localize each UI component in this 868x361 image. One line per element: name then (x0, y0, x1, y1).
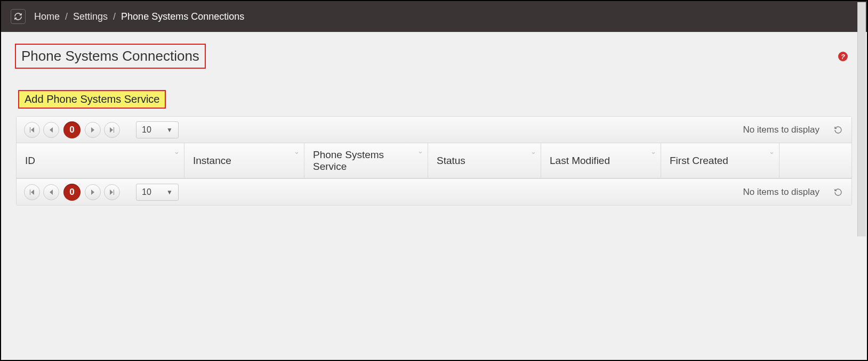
page-title: Phone Systems Connections (15, 44, 206, 69)
column-header-id[interactable]: ID ⌄ (17, 143, 184, 178)
chevron-down-icon[interactable]: ⌄ (294, 147, 300, 155)
breadcrumb-separator: / (113, 11, 116, 22)
pager-first-button[interactable] (24, 184, 40, 200)
refresh-icon[interactable] (11, 9, 26, 24)
chevron-down-icon[interactable]: ⌄ (174, 147, 180, 155)
chevron-down-icon[interactable]: ⌄ (417, 147, 423, 155)
pager-bottom: 0 10 ▼ No items to display (17, 178, 851, 205)
help-icon[interactable]: ? (838, 52, 848, 61)
column-header-instance[interactable]: Instance ⌄ (184, 143, 304, 178)
pager-current-page: 0 (63, 121, 81, 138)
column-header-spacer (779, 143, 851, 178)
pager-current-page: 0 (63, 184, 81, 201)
pager-message: No items to display (743, 187, 819, 198)
column-header-service[interactable]: Phone Systems Service ⌄ (304, 143, 428, 178)
column-label: First Created (670, 155, 728, 167)
add-phone-systems-service-button[interactable]: Add Phone Systems Service (18, 90, 166, 109)
connections-grid: 0 10 ▼ No items to display ID (16, 116, 852, 206)
breadcrumb-current: Phone Systems Connections (121, 11, 244, 22)
pager-last-button[interactable] (104, 122, 120, 138)
column-label: Instance (193, 155, 231, 167)
page-content: Phone Systems Connections ? Add Phone Sy… (1, 32, 867, 217)
column-header-modified[interactable]: Last Modified ⌄ (541, 143, 661, 178)
pager-first-button[interactable] (24, 122, 40, 138)
page-size-value: 10 (142, 187, 151, 197)
breadcrumb-separator: / (65, 11, 68, 22)
pager-next-button[interactable] (85, 184, 101, 200)
pager-prev-button[interactable] (43, 122, 59, 138)
page-size-select[interactable]: 10 ▼ (136, 121, 179, 138)
column-header-status[interactable]: Status ⌄ (428, 143, 541, 178)
pager-last-button[interactable] (104, 184, 120, 200)
reload-icon[interactable] (832, 186, 844, 198)
pager-next-button[interactable] (85, 122, 101, 138)
reload-icon[interactable] (832, 124, 844, 136)
page-size-select[interactable]: 10 ▼ (136, 184, 179, 201)
breadcrumb-bar: Home / Settings / Phone Systems Connecti… (1, 1, 867, 32)
chevron-down-icon[interactable]: ⌄ (531, 147, 536, 155)
page-size-value: 10 (142, 125, 151, 135)
chevron-down-icon[interactable]: ⌄ (769, 147, 775, 155)
pager-top: 0 10 ▼ No items to display (17, 117, 851, 143)
chevron-down-icon: ▼ (166, 126, 173, 134)
pager-prev-button[interactable] (43, 184, 59, 200)
breadcrumb-settings[interactable]: Settings (73, 11, 108, 22)
vertical-scrollbar[interactable] (857, 2, 866, 236)
column-label: Last Modified (550, 155, 610, 167)
column-label: Phone Systems Service (313, 149, 419, 173)
chevron-down-icon[interactable]: ⌄ (650, 147, 656, 155)
grid-headers: ID ⌄ Instance ⌄ Phone Systems Service ⌄ … (17, 143, 851, 178)
column-label: ID (25, 155, 35, 167)
pager-message: No items to display (743, 125, 819, 135)
chevron-down-icon: ▼ (166, 188, 173, 196)
column-label: Status (437, 155, 465, 167)
column-header-created[interactable]: First Created ⌄ (661, 143, 779, 178)
breadcrumb-home[interactable]: Home (34, 11, 60, 22)
